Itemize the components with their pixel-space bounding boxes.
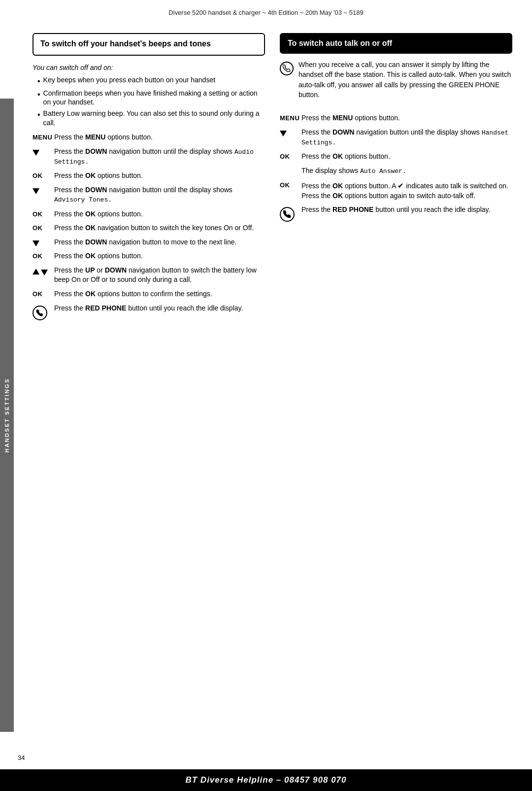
ok-label: OK bbox=[33, 289, 54, 299]
instruction-row: OK Press the OK options button. bbox=[33, 209, 265, 219]
ok-label: OK bbox=[33, 223, 54, 233]
instruction-row: OK Press the OK options button. A ✔ indi… bbox=[280, 180, 512, 201]
menu-label: MENU bbox=[280, 113, 301, 123]
instruction-text: Press the UP or DOWN navigation button t… bbox=[54, 266, 265, 285]
instruction-row: Press the DOWN navigation button until t… bbox=[280, 128, 512, 147]
instruction-row: The display shows Auto Answer. bbox=[280, 166, 512, 176]
arrow-down-icon bbox=[33, 238, 54, 246]
right-column: To switch auto talk on or off When you r… bbox=[280, 33, 512, 325]
instruction-row: Press the DOWN navigation button to move… bbox=[33, 238, 265, 247]
right-box-heading: To switch auto talk on or off bbox=[288, 39, 504, 48]
menu-label: MENU bbox=[33, 133, 54, 142]
left-red-phone-text: Press the RED PHONE button until you rea… bbox=[54, 304, 265, 313]
sidebar-tab: HANDSET SETTINGS bbox=[0, 99, 14, 732]
instruction-text: Press the OK navigation button to switch… bbox=[54, 223, 265, 233]
ok-label: OK bbox=[33, 251, 54, 261]
left-box-heading: To switch off your handset's beeps and t… bbox=[40, 39, 257, 49]
instruction-row: Press the DOWN navigation button until t… bbox=[33, 185, 265, 205]
ok-label: OK bbox=[33, 171, 54, 180]
main-content: To switch off your handset's beeps and t… bbox=[18, 21, 532, 769]
instruction-text: Press the OK options button to confirm t… bbox=[54, 289, 265, 299]
instruction-row: Press the RED PHONE button until you rea… bbox=[280, 205, 512, 222]
instruction-text: Press the DOWN navigation button until t… bbox=[54, 147, 265, 167]
right-box-title: To switch auto talk on or off bbox=[280, 33, 512, 54]
left-box-title: To switch off your handset's beeps and t… bbox=[33, 33, 265, 56]
instruction-text: Press the OK options button. bbox=[54, 251, 265, 261]
page: Diverse 5200 handset & charger ~ 4th Edi… bbox=[0, 0, 532, 791]
footer-bar: BT Diverse Helpline – 08457 908 070 bbox=[0, 769, 532, 791]
bullet-dot: • bbox=[37, 76, 40, 87]
arrow-down-icon bbox=[280, 128, 301, 137]
instruction-text: Press the OK options button. bbox=[54, 209, 265, 219]
right-intro-text: When you receive a call, you can answer … bbox=[299, 60, 512, 100]
right-red-phone-text: Press the RED PHONE button until you rea… bbox=[301, 205, 512, 215]
header-text: Diverse 5200 handset & charger ~ 4th Edi… bbox=[168, 9, 363, 16]
spacer bbox=[280, 166, 301, 167]
instruction-text: Press the DOWN navigation button until t… bbox=[301, 128, 512, 147]
red-phone-icon bbox=[280, 205, 301, 222]
sidebar-label: HANDSET SETTINGS bbox=[4, 378, 10, 452]
instruction-row: OK Press the OK navigation button to swi… bbox=[33, 223, 265, 233]
ok-label: OK bbox=[280, 180, 301, 190]
instruction-text: Press the OK options button. bbox=[54, 171, 265, 181]
instruction-row: OK Press the OK options button. bbox=[33, 251, 265, 261]
bullet-text: Battery Low warning beep. You can also s… bbox=[43, 109, 265, 128]
instruction-row: MENU Press the MENU options button. bbox=[33, 133, 265, 142]
left-column: To switch off your handset's beeps and t… bbox=[33, 33, 265, 325]
instruction-row: OK Press the OK options button to confir… bbox=[33, 289, 265, 299]
instruction-text: Press the MENU options button. bbox=[301, 113, 512, 123]
footer-text: BT Diverse Helpline – 08457 908 070 bbox=[185, 775, 346, 785]
arrow-down-icon bbox=[33, 147, 54, 156]
bullet-dot: • bbox=[37, 109, 40, 120]
bullet-dot: • bbox=[37, 89, 40, 100]
instruction-text: Press the DOWN navigation button to move… bbox=[54, 238, 265, 247]
instruction-text: Press the OK options button. bbox=[301, 152, 512, 162]
list-item: • Confirmation beeps when you have finis… bbox=[37, 89, 265, 107]
instruction-row: Press the UP or DOWN navigation button t… bbox=[33, 266, 265, 285]
instruction-row: MENU Press the MENU options button. bbox=[280, 113, 512, 123]
instruction-row: OK Press the OK options button. bbox=[280, 152, 512, 162]
instruction-text: Press the MENU options button. bbox=[54, 133, 265, 142]
list-item: • Battery Low warning beep. You can also… bbox=[37, 109, 265, 128]
bullet-list: • Key beeps when you press each button o… bbox=[37, 75, 265, 128]
green-phone-icon bbox=[280, 62, 294, 75]
bullet-text: Key beeps when you press each button on … bbox=[43, 75, 215, 85]
instruction-text: Press the DOWN navigation button until t… bbox=[54, 185, 265, 205]
two-column-layout: To switch off your handset's beeps and t… bbox=[33, 33, 512, 325]
arrow-updown-icon bbox=[33, 266, 54, 275]
list-item: • Key beeps when you press each button o… bbox=[37, 75, 265, 87]
display-text: The display shows Auto Answer. bbox=[301, 166, 512, 176]
page-number: 34 bbox=[18, 754, 25, 761]
instruction-row: Press the DOWN navigation button until t… bbox=[33, 147, 265, 167]
left-intro: You can switch off and on: bbox=[33, 64, 265, 71]
ok-label: OK bbox=[33, 209, 54, 219]
arrow-down-icon bbox=[33, 185, 54, 194]
red-phone-icon bbox=[33, 304, 54, 320]
instruction-text: Press the OK options button. A ✔ indicat… bbox=[301, 180, 512, 201]
ok-label: OK bbox=[280, 152, 301, 161]
header: Diverse 5200 handset & charger ~ 4th Edi… bbox=[0, 0, 532, 21]
instruction-row: OK Press the OK options button. bbox=[33, 171, 265, 181]
instruction-row: Press the RED PHONE button until you rea… bbox=[33, 304, 265, 320]
bullet-text: Confirmation beeps when you have finishe… bbox=[43, 89, 265, 107]
